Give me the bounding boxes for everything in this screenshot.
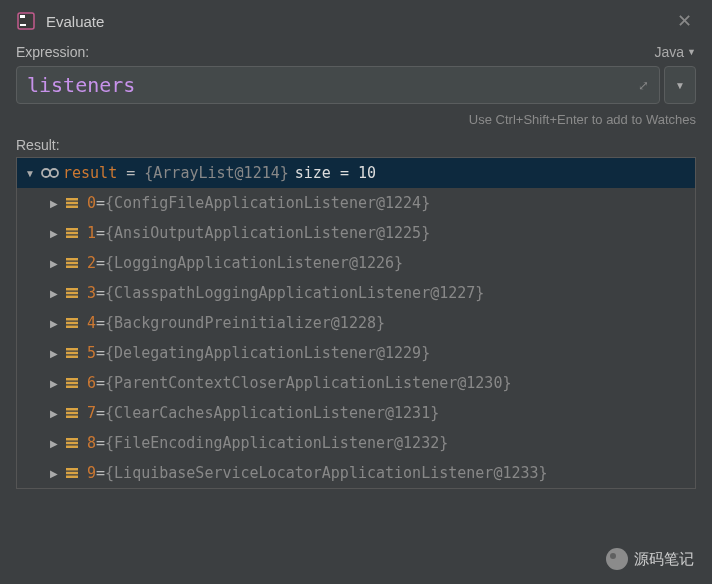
svg-rect-34: [66, 476, 78, 479]
disclosure-triangle-icon[interactable]: ▶: [47, 288, 61, 299]
item-index: 0: [87, 194, 96, 212]
language-dropdown[interactable]: Java ▼: [655, 44, 697, 60]
root-type: {ArrayList@1214}: [144, 164, 289, 182]
history-dropdown-button[interactable]: ▼: [664, 66, 696, 104]
svg-rect-2: [20, 24, 26, 26]
svg-rect-11: [66, 258, 78, 261]
window-title: Evaluate: [46, 13, 673, 30]
result-label: Result:: [16, 137, 696, 153]
tree-row[interactable]: ▶5 = {DelegatingApplicationListener@1229…: [17, 338, 695, 368]
hint-text: Use Ctrl+Shift+Enter to add to Watches: [16, 112, 696, 127]
chevron-down-icon: ▼: [687, 47, 696, 57]
svg-rect-23: [66, 378, 78, 381]
svg-rect-7: [66, 206, 78, 209]
svg-rect-14: [66, 288, 78, 291]
disclosure-triangle-icon[interactable]: ▶: [47, 318, 61, 329]
wechat-icon: [606, 548, 628, 570]
svg-rect-1: [20, 15, 25, 18]
item-value: {ParentContextCloserApplicationListener@…: [105, 374, 511, 392]
item-value: {DelegatingApplicationListener@1229}: [105, 344, 430, 362]
svg-rect-10: [66, 236, 78, 239]
disclosure-triangle-icon[interactable]: ▶: [47, 348, 61, 359]
svg-rect-15: [66, 292, 78, 295]
tree-row[interactable]: ▶6 = {ParentContextCloserApplicationList…: [17, 368, 695, 398]
svg-rect-28: [66, 416, 78, 419]
watermark: 源码笔记: [606, 548, 694, 570]
svg-rect-25: [66, 386, 78, 389]
disclosure-triangle-icon[interactable]: ▶: [47, 228, 61, 239]
item-index: 4: [87, 314, 96, 332]
svg-rect-9: [66, 232, 78, 235]
disclosure-triangle-icon[interactable]: ▶: [47, 408, 61, 419]
svg-rect-18: [66, 322, 78, 325]
tree-row[interactable]: ▶3 = {ClasspathLoggingApplicationListene…: [17, 278, 695, 308]
svg-rect-8: [66, 228, 78, 231]
svg-rect-26: [66, 408, 78, 411]
svg-rect-31: [66, 446, 78, 449]
item-index: 8: [87, 434, 96, 452]
item-index: 9: [87, 464, 96, 482]
svg-rect-21: [66, 352, 78, 355]
tree-root-row[interactable]: ▼ result = {ArrayList@1214} size = 10: [17, 158, 695, 188]
tree-row[interactable]: ▶2 = {LoggingApplicationListener@1226}: [17, 248, 695, 278]
svg-rect-32: [66, 468, 78, 471]
item-value: {ConfigFileApplicationListener@1224}: [105, 194, 430, 212]
svg-rect-29: [66, 438, 78, 441]
element-icon: [65, 406, 81, 420]
element-icon: [65, 286, 81, 300]
svg-rect-16: [66, 296, 78, 299]
expression-input[interactable]: listeners ⤢: [16, 66, 660, 104]
svg-rect-24: [66, 382, 78, 385]
root-size: size = 10: [295, 164, 376, 182]
item-value: {LoggingApplicationListener@1226}: [105, 254, 403, 272]
item-value: {FileEncodingApplicationListener@1232}: [105, 434, 448, 452]
element-icon: [65, 436, 81, 450]
item-index: 6: [87, 374, 96, 392]
close-icon[interactable]: ✕: [673, 10, 696, 32]
disclosure-triangle-icon[interactable]: ▶: [47, 198, 61, 209]
language-value: Java: [655, 44, 685, 60]
svg-rect-30: [66, 442, 78, 445]
item-index: 7: [87, 404, 96, 422]
disclosure-triangle-icon[interactable]: ▶: [47, 468, 61, 479]
svg-rect-27: [66, 412, 78, 415]
svg-point-3: [42, 169, 50, 177]
svg-point-4: [50, 169, 58, 177]
disclosure-triangle-icon[interactable]: ▼: [23, 168, 37, 179]
item-value: {BackgroundPreinitializer@1228}: [105, 314, 385, 332]
tree-row[interactable]: ▶7 = {ClearCachesApplicationListener@123…: [17, 398, 695, 428]
item-value: {ClasspathLoggingApplicationListener@122…: [105, 284, 484, 302]
element-icon: [65, 226, 81, 240]
item-index: 5: [87, 344, 96, 362]
tree-row[interactable]: ▶9 = {LiquibaseServiceLocatorApplication…: [17, 458, 695, 488]
expand-icon[interactable]: ⤢: [638, 78, 649, 93]
element-icon: [65, 196, 81, 210]
chevron-down-icon: ▼: [675, 80, 685, 91]
expression-label: Expression:: [16, 44, 89, 60]
svg-rect-22: [66, 356, 78, 359]
watch-icon: [41, 166, 57, 180]
item-value: {AnsiOutputApplicationListener@1225}: [105, 224, 430, 242]
tree-row[interactable]: ▶0 = {ConfigFileApplicationListener@1224…: [17, 188, 695, 218]
tree-row[interactable]: ▶4 = {BackgroundPreinitializer@1228}: [17, 308, 695, 338]
svg-rect-33: [66, 472, 78, 475]
intellij-icon: [16, 11, 36, 31]
element-icon: [65, 466, 81, 480]
item-index: 2: [87, 254, 96, 272]
disclosure-triangle-icon[interactable]: ▶: [47, 438, 61, 449]
disclosure-triangle-icon[interactable]: ▶: [47, 258, 61, 269]
svg-rect-6: [66, 202, 78, 205]
element-icon: [65, 346, 81, 360]
disclosure-triangle-icon[interactable]: ▶: [47, 378, 61, 389]
element-icon: [65, 376, 81, 390]
tree-row[interactable]: ▶1 = {AnsiOutputApplicationListener@1225…: [17, 218, 695, 248]
item-value: {ClearCachesApplicationListener@1231}: [105, 404, 439, 422]
tree-row[interactable]: ▶8 = {FileEncodingApplicationListener@12…: [17, 428, 695, 458]
svg-rect-5: [66, 198, 78, 201]
title-bar: Evaluate ✕: [0, 0, 712, 38]
svg-rect-20: [66, 348, 78, 351]
item-index: 1: [87, 224, 96, 242]
item-index: 3: [87, 284, 96, 302]
element-icon: [65, 316, 81, 330]
result-tree: ▼ result = {ArrayList@1214} size = 10 ▶0…: [16, 157, 696, 489]
